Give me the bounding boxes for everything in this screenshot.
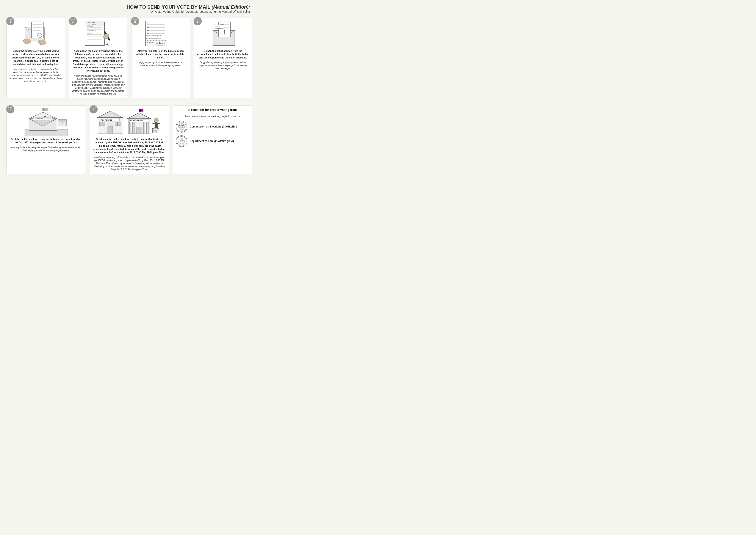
page-title: HOW TO SEND YOUR VOTE BY MAIL (Manual Ed…: [7, 4, 252, 14]
dfa-logo: ★★★ ★ ★ ★ ★ DFA DEPT OF FOREIGN AFFAIRS: [176, 135, 188, 147]
step-2-image: OFFICIAL BALLOT PRESIDENT VICE-PRESIDENT…: [72, 20, 125, 48]
step-4-text-fil: Tanggalin ang nasabing kupon ng balota m…: [197, 61, 250, 70]
svg-text:★★★: ★★★: [181, 136, 184, 137]
comelec-logo: ★★★ ★ ★ ★ ★ ★ ★ ★★ COMELEC PILIPINAS: [176, 121, 188, 133]
svg-text:★★★: ★★★: [181, 122, 184, 123]
svg-text:REPUBLIC OF THE PHILIPPINES: REPUBLIC OF THE PHILIPPINES: [179, 129, 188, 130]
reminder-title-fil: Isang paalala para sa wastong pagboto mu…: [185, 115, 240, 118]
svg-text:PAPER SEAL: PAPER SEAL: [36, 118, 44, 120]
step-5-illustration: PAPER SEAL TAPE: [25, 108, 68, 136]
svg-text:POST OFFICE: POST OFFICE: [101, 119, 113, 121]
step-4-image: coupon: [197, 20, 250, 48]
svg-text:10.: 10.: [147, 26, 149, 28]
step-6-image: POST OFFICE: [93, 108, 166, 136]
svg-marker-31: [106, 43, 109, 45]
svg-text:9.: 9.: [147, 23, 148, 25]
step-6-text-en: Send back the ballot envelope early to e…: [93, 138, 166, 154]
step-2-card: Step 2 OFFICIAL BALLOT: [69, 17, 128, 99]
svg-text:BALLOT: BALLOT: [92, 24, 96, 25]
svg-marker-93: [127, 113, 151, 119]
dfa-name: Department of Foreign Affairs (DFA): [190, 139, 234, 143]
svg-rect-83: [107, 127, 113, 134]
reminder-title-en: A reminder for proper voting from: [188, 108, 237, 112]
step-6-card: Step 6 POST OFFICE: [90, 105, 169, 174]
step-2-text-en: Accomplish the ballot by writing clearly…: [72, 49, 125, 73]
svg-rect-111: [154, 128, 157, 129]
step-1-text-en: Check the contents of your postal voting…: [9, 49, 62, 66]
step-5-card: Step 5 PAPER SEAL TAPE: [7, 105, 86, 174]
svg-text:TAPE: TAPE: [42, 109, 45, 110]
step-1-illustration: ✓: [21, 21, 51, 46]
step-6-text-fil: Ipadala ng maaga ang ballot envelope par…: [93, 156, 166, 171]
svg-rect-103: [139, 109, 141, 112]
comelec-name: Commission on Elections (COMELEC): [190, 125, 237, 128]
step-1-badge: Step 1: [6, 17, 14, 25]
step-5-text-en: Seal the ballot envelope using the self-…: [9, 138, 83, 144]
step-1-text-fil: Suriin ang mga nilalaman ng iyong postal…: [9, 68, 62, 83]
svg-rect-91: [108, 123, 113, 126]
step-3-illustration: 9. 10. 11. 12. Choose from among the par…: [143, 21, 178, 46]
step-3-text-en: Affix your signature on the ballot coupo…: [134, 49, 187, 59]
step-4-badge: Step 4: [194, 17, 202, 25]
svg-point-10: [23, 39, 31, 44]
svg-text:DEPT OF FOREIGN AFFAIRS: DEPT OF FOREIGN AFFAIRS: [178, 145, 187, 145]
step-3-text-fil: Ilagay ang iyong pirma sa kupon ng balot…: [134, 61, 187, 67]
svg-text:coupon: coupon: [216, 26, 221, 27]
svg-text:★★: ★★: [181, 131, 183, 132]
svg-point-104: [154, 118, 158, 123]
dfa-seal: ★★★ ★ ★ ★ ★ DFA DEPT OF FOREIGN AFFAIRS: [176, 135, 188, 147]
svg-text:enumerated in the certified li: enumerated in the certified list: [147, 38, 161, 39]
step-4-card: Step 4 coupon: [194, 17, 253, 99]
svg-rect-109: [158, 123, 160, 124]
main-title: HOW TO SEND YOUR VOTE BY MAIL (Manual Ed…: [7, 4, 250, 10]
step-1-image: ✓: [9, 20, 62, 48]
svg-rect-78: [59, 120, 66, 121]
top-steps-grid: Step 1 ✓: [7, 17, 252, 99]
svg-rect-100: [136, 127, 142, 134]
subtitle: A Postal Voting Guide for Overseas Voter…: [7, 10, 250, 14]
svg-text:VOTE: VOTE: [153, 130, 157, 132]
svg-rect-108: [153, 123, 155, 124]
svg-text:SENATORS: SENATORS: [87, 33, 93, 34]
step-2-text-fil: Punan ang balota sa pamamagitan ng pagsu…: [72, 74, 125, 96]
svg-text:✓: ✓: [39, 35, 40, 37]
step-6-badge: Step 6: [90, 105, 98, 113]
svg-point-126: [181, 126, 183, 128]
svg-text:DFA: DFA: [180, 142, 183, 144]
comelec-seal: ★★★ ★ ★ ★ ★ ★ ★ ★★ COMELEC PILIPINAS: [176, 121, 188, 133]
svg-text:VICE-PRESIDENT: VICE-PRESIDENT: [87, 30, 96, 31]
page-header: HOW TO SEND YOUR VOTE BY MAIL (Manual Ed…: [7, 4, 252, 14]
step-2-badge: Step 2: [69, 17, 77, 25]
step-1-card: Step 1 ✓: [7, 17, 65, 99]
svg-marker-80: [97, 111, 123, 118]
step-5-text-fil: Isara ang ballot envelope gamit ang self…: [9, 146, 83, 152]
svg-text:No. 1234567: No. 1234567: [147, 42, 154, 43]
svg-point-11: [39, 40, 46, 45]
step-3-card: Step 3 9. 10. 11. 12. Choose from among …: [131, 17, 190, 99]
svg-text:11.: 11.: [147, 29, 149, 31]
dfa-item: ★★★ ★ ★ ★ ★ DFA DEPT OF FOREIGN AFFAIRS: [176, 135, 249, 147]
step-3-image: 9. 10. 11. 12. Choose from among the par…: [134, 20, 187, 48]
svg-text:MrSDelacruz: MrSDelacruz: [156, 42, 166, 44]
step-4-illustration: coupon: [207, 21, 239, 46]
step-4-text-en: Detach the ballot coupon from the accomp…: [197, 49, 250, 59]
comelec-item: ★★★ ★ ★ ★ ★ ★ ★ ★★ COMELEC PILIPINAS: [176, 121, 249, 133]
step-5-badge: Step 5: [6, 105, 14, 113]
svg-text:OVS: OVS: [180, 145, 183, 147]
bottom-steps-grid: Step 5 PAPER SEAL TAPE: [7, 105, 252, 174]
svg-text:12.: 12.: [147, 32, 149, 34]
step-3-badge: Step 3: [131, 17, 139, 25]
svg-text:OFFICIAL: OFFICIAL: [92, 22, 97, 23]
svg-text:PRESIDENT: PRESIDENT: [87, 26, 93, 27]
svg-text:Choose from among the parties: Choose from among the parties: [147, 35, 162, 36]
svg-text:or organizations or coalitions: or organizations or coalitions: [147, 36, 160, 38]
step-6-illustration: POST OFFICE: [97, 108, 162, 136]
step-2-illustration: OFFICIAL BALLOT PRESIDENT VICE-PRESIDENT…: [82, 21, 114, 46]
step-5-image: PAPER SEAL TAPE: [9, 108, 83, 136]
reminder-card: A reminder for proper voting from Isang …: [173, 105, 252, 174]
svg-text:PHILIPPINE EMBASSY: PHILIPPINE EMBASSY: [130, 120, 143, 122]
svg-text:Voter's Signature: Voter's Signature: [156, 44, 165, 46]
